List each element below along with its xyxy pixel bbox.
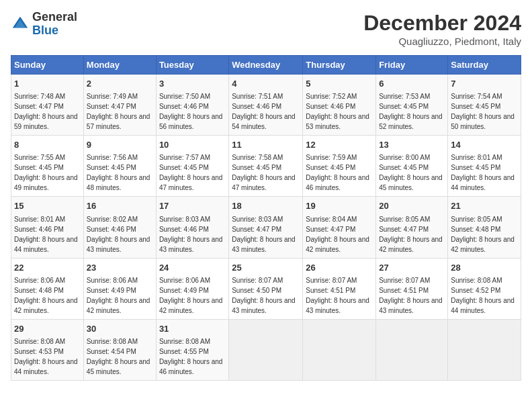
calendar-cell: 9 Sunrise: 7:56 AMSunset: 4:45 PMDayligh… xyxy=(83,136,156,197)
calendar-cell: 24 Sunrise: 8:06 AMSunset: 4:49 PMDaylig… xyxy=(156,258,228,319)
day-info: Sunrise: 8:03 AMSunset: 4:46 PMDaylight:… xyxy=(159,216,223,253)
calendar-cell xyxy=(303,319,376,380)
day-info: Sunrise: 8:01 AMSunset: 4:45 PMDaylight:… xyxy=(451,154,515,191)
calendar-cell: 16 Sunrise: 8:02 AMSunset: 4:46 PMDaylig… xyxy=(83,197,156,258)
calendar-cell: 2 Sunrise: 7:49 AMSunset: 4:47 PMDayligh… xyxy=(83,75,156,136)
calendar-cell: 1 Sunrise: 7:48 AMSunset: 4:47 PMDayligh… xyxy=(11,75,84,136)
day-info: Sunrise: 8:08 AMSunset: 4:54 PMDaylight:… xyxy=(87,338,150,375)
calendar-cell: 5 Sunrise: 7:52 AMSunset: 4:46 PMDayligh… xyxy=(303,75,376,136)
day-info: Sunrise: 8:05 AMSunset: 4:48 PMDaylight:… xyxy=(451,216,515,253)
day-number: 7 xyxy=(451,78,518,90)
day-info: Sunrise: 8:08 AMSunset: 4:55 PMDaylight:… xyxy=(159,338,223,375)
day-info: Sunrise: 7:50 AMSunset: 4:46 PMDaylight:… xyxy=(159,93,223,130)
calendar-cell: 25 Sunrise: 8:07 AMSunset: 4:50 PMDaylig… xyxy=(229,258,303,319)
calendar-cell: 28 Sunrise: 8:08 AMSunset: 4:52 PMDaylig… xyxy=(448,258,521,319)
logo: General Blue xyxy=(11,11,77,38)
logo-text: General Blue xyxy=(32,11,77,38)
calendar-cell: 7 Sunrise: 7:54 AMSunset: 4:45 PMDayligh… xyxy=(448,75,521,136)
col-tuesday: Tuesday xyxy=(156,56,228,75)
day-number: 6 xyxy=(379,78,445,90)
day-number: 11 xyxy=(232,139,300,151)
day-number: 12 xyxy=(306,139,373,151)
day-number: 29 xyxy=(14,323,81,335)
day-number: 19 xyxy=(306,200,373,212)
col-saturday: Saturday xyxy=(448,56,521,75)
day-number: 26 xyxy=(306,262,373,274)
calendar-cell: 6 Sunrise: 7:53 AMSunset: 4:45 PMDayligh… xyxy=(376,75,448,136)
day-info: Sunrise: 7:48 AMSunset: 4:47 PMDaylight:… xyxy=(14,93,78,130)
day-number: 23 xyxy=(87,262,153,274)
calendar-cell: 10 Sunrise: 7:57 AMSunset: 4:45 PMDaylig… xyxy=(156,136,228,197)
day-info: Sunrise: 8:07 AMSunset: 4:50 PMDaylight:… xyxy=(232,277,296,314)
logo-blue: Blue xyxy=(32,24,77,38)
calendar-cell: 3 Sunrise: 7:50 AMSunset: 4:46 PMDayligh… xyxy=(156,75,228,136)
day-info: Sunrise: 8:07 AMSunset: 4:51 PMDaylight:… xyxy=(306,277,369,314)
day-number: 27 xyxy=(379,262,445,274)
day-info: Sunrise: 7:53 AMSunset: 4:45 PMDaylight:… xyxy=(379,93,443,130)
day-info: Sunrise: 8:01 AMSunset: 4:46 PMDaylight:… xyxy=(14,216,78,253)
day-number: 25 xyxy=(232,262,300,274)
col-wednesday: Wednesday xyxy=(229,56,303,75)
logo-general: General xyxy=(32,11,77,24)
logo-icon xyxy=(11,15,30,34)
calendar-cell: 21 Sunrise: 8:05 AMSunset: 4:48 PMDaylig… xyxy=(448,197,521,258)
calendar-week-row: 22 Sunrise: 8:06 AMSunset: 4:48 PMDaylig… xyxy=(11,258,521,319)
col-sunday: Sunday xyxy=(11,56,84,75)
title-block: December 2024 Quagliuzzo, Piedmont, Ital… xyxy=(363,11,521,47)
calendar-cell: 14 Sunrise: 8:01 AMSunset: 4:45 PMDaylig… xyxy=(448,136,521,197)
day-number: 10 xyxy=(159,139,226,151)
day-info: Sunrise: 7:55 AMSunset: 4:45 PMDaylight:… xyxy=(14,154,78,191)
day-number: 1 xyxy=(14,78,81,90)
calendar-cell: 27 Sunrise: 8:07 AMSunset: 4:51 PMDaylig… xyxy=(376,258,448,319)
calendar-cell: 18 Sunrise: 8:03 AMSunset: 4:47 PMDaylig… xyxy=(229,197,303,258)
calendar-cell: 17 Sunrise: 8:03 AMSunset: 4:46 PMDaylig… xyxy=(156,197,228,258)
calendar-cell xyxy=(376,319,448,380)
day-info: Sunrise: 7:56 AMSunset: 4:45 PMDaylight:… xyxy=(87,154,150,191)
day-number: 21 xyxy=(451,200,518,212)
day-info: Sunrise: 8:07 AMSunset: 4:51 PMDaylight:… xyxy=(379,277,443,314)
day-info: Sunrise: 8:06 AMSunset: 4:49 PMDaylight:… xyxy=(159,277,223,314)
calendar-cell: 20 Sunrise: 8:05 AMSunset: 4:47 PMDaylig… xyxy=(376,197,448,258)
day-number: 16 xyxy=(87,200,153,212)
day-info: Sunrise: 8:08 AMSunset: 4:53 PMDaylight:… xyxy=(14,338,78,375)
day-number: 3 xyxy=(159,78,226,90)
day-info: Sunrise: 8:05 AMSunset: 4:47 PMDaylight:… xyxy=(379,216,443,253)
day-number: 14 xyxy=(451,139,518,151)
calendar-cell: 22 Sunrise: 8:06 AMSunset: 4:48 PMDaylig… xyxy=(11,258,84,319)
calendar-week-row: 1 Sunrise: 7:48 AMSunset: 4:47 PMDayligh… xyxy=(11,75,521,136)
day-number: 15 xyxy=(14,200,81,212)
col-monday: Monday xyxy=(83,56,156,75)
calendar-cell xyxy=(229,319,303,380)
calendar-table: Sunday Monday Tuesday Wednesday Thursday… xyxy=(11,55,521,381)
day-info: Sunrise: 7:49 AMSunset: 4:47 PMDaylight:… xyxy=(87,93,150,130)
day-number: 30 xyxy=(87,323,153,335)
calendar-header-row: Sunday Monday Tuesday Wednesday Thursday… xyxy=(11,56,521,75)
calendar-cell: 23 Sunrise: 8:06 AMSunset: 4:49 PMDaylig… xyxy=(83,258,156,319)
day-number: 31 xyxy=(159,323,226,335)
calendar-cell: 30 Sunrise: 8:08 AMSunset: 4:54 PMDaylig… xyxy=(83,319,156,380)
day-info: Sunrise: 7:57 AMSunset: 4:45 PMDaylight:… xyxy=(159,154,223,191)
calendar-week-row: 15 Sunrise: 8:01 AMSunset: 4:46 PMDaylig… xyxy=(11,197,521,258)
day-number: 5 xyxy=(306,78,373,90)
col-thursday: Thursday xyxy=(303,56,376,75)
day-info: Sunrise: 8:03 AMSunset: 4:47 PMDaylight:… xyxy=(232,216,296,253)
day-number: 24 xyxy=(159,262,226,274)
calendar-cell: 13 Sunrise: 8:00 AMSunset: 4:45 PMDaylig… xyxy=(376,136,448,197)
calendar-cell: 19 Sunrise: 8:04 AMSunset: 4:47 PMDaylig… xyxy=(303,197,376,258)
day-number: 4 xyxy=(232,78,300,90)
col-friday: Friday xyxy=(376,56,448,75)
calendar-cell: 11 Sunrise: 7:58 AMSunset: 4:45 PMDaylig… xyxy=(229,136,303,197)
day-info: Sunrise: 8:02 AMSunset: 4:46 PMDaylight:… xyxy=(87,216,150,253)
day-number: 22 xyxy=(14,262,81,274)
calendar-week-row: 8 Sunrise: 7:55 AMSunset: 4:45 PMDayligh… xyxy=(11,136,521,197)
day-number: 9 xyxy=(87,139,153,151)
calendar-cell: 29 Sunrise: 8:08 AMSunset: 4:53 PMDaylig… xyxy=(11,319,84,380)
location: Quagliuzzo, Piedmont, Italy xyxy=(363,36,521,47)
day-number: 13 xyxy=(379,139,445,151)
day-number: 17 xyxy=(159,200,226,212)
day-info: Sunrise: 8:08 AMSunset: 4:52 PMDaylight:… xyxy=(451,277,515,314)
calendar-cell: 26 Sunrise: 8:07 AMSunset: 4:51 PMDaylig… xyxy=(303,258,376,319)
day-info: Sunrise: 8:04 AMSunset: 4:47 PMDaylight:… xyxy=(306,216,369,253)
calendar-week-row: 29 Sunrise: 8:08 AMSunset: 4:53 PMDaylig… xyxy=(11,319,521,380)
day-info: Sunrise: 8:06 AMSunset: 4:49 PMDaylight:… xyxy=(87,277,150,314)
